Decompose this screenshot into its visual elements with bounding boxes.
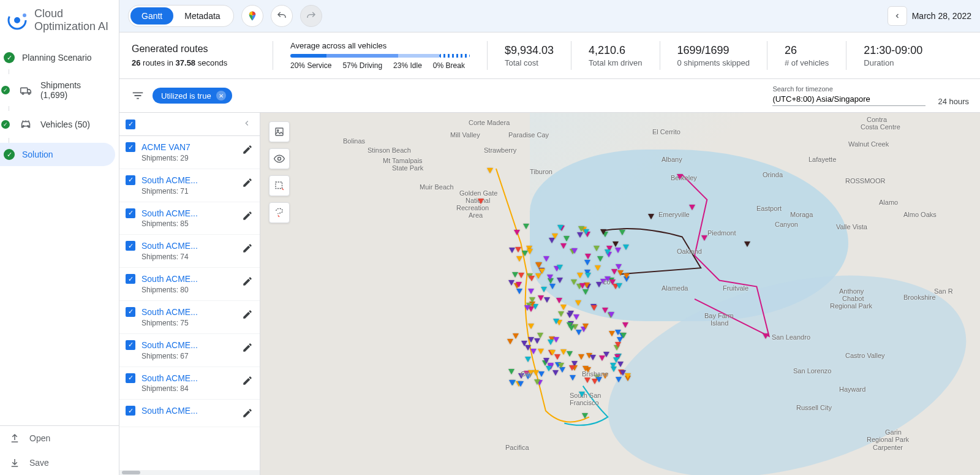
save-button[interactable]: Save xyxy=(0,450,119,475)
pencil-icon xyxy=(242,243,253,254)
route-name[interactable]: South ACME... xyxy=(141,208,234,219)
check-icon: ✓ xyxy=(4,149,15,160)
route-checkbox[interactable]: ✓ xyxy=(126,241,135,251)
tz-label: Search for timezone xyxy=(772,85,925,93)
route-checkbox[interactable]: ✓ xyxy=(126,406,135,416)
edit-route-button[interactable] xyxy=(240,208,255,223)
edit-route-button[interactable] xyxy=(240,406,255,420)
route-item[interactable]: ✓ South ACME... Shipments: 71 xyxy=(119,169,260,202)
vehicles-icon xyxy=(18,117,33,132)
duration: 21:30-09:00 Duration xyxy=(846,41,940,70)
filter-button[interactable] xyxy=(130,88,145,103)
date-prev-button[interactable] xyxy=(888,6,907,26)
nav-shipments[interactable]: ✓ Shipments (1,699) xyxy=(0,74,115,106)
route-checkbox[interactable]: ✓ xyxy=(126,307,135,317)
metrics-bar: Generated routes 26 routes in 37.58 seco… xyxy=(119,32,980,79)
horizontal-scrollbar[interactable] xyxy=(119,470,260,475)
route-item[interactable]: ✓ South ACME... Shipments: 80 xyxy=(119,268,260,301)
collapse-panel-button[interactable] xyxy=(240,116,254,132)
total-cost: $9,934.03 Total cost xyxy=(487,41,571,70)
svg-point-11 xyxy=(278,158,281,161)
edit-route-button[interactable] xyxy=(240,274,255,289)
edit-route-button[interactable] xyxy=(240,241,255,256)
shipments-skipped: 1699/1699 0 shipments skipped xyxy=(660,41,767,70)
sidebar: Cloud Optimization AI ✓ Planning Scenari… xyxy=(0,0,119,475)
pencil-icon xyxy=(242,276,253,287)
tab-metadata[interactable]: Metadata xyxy=(173,7,231,25)
nav: ✓ Planning Scenario ✓ Shipments (1,699) … xyxy=(0,40,119,425)
route-item[interactable]: ✓ South ACME... xyxy=(119,400,260,427)
open-button[interactable]: Open xyxy=(0,426,119,450)
route-name[interactable]: South ACME... xyxy=(141,274,234,284)
nav-label: Solution xyxy=(22,150,53,159)
route-item[interactable]: ✓ South ACME... Shipments: 67 xyxy=(119,334,260,367)
bottom-actions: Open Save xyxy=(0,425,119,475)
undo-button[interactable] xyxy=(271,5,293,27)
svg-point-10 xyxy=(277,130,279,131)
svg-rect-9 xyxy=(276,128,283,135)
map-box-select-button[interactable] xyxy=(269,175,290,196)
route-checkbox[interactable]: ✓ xyxy=(126,175,135,185)
edit-route-button[interactable] xyxy=(240,307,255,322)
route-item[interactable]: ✓ South ACME... Shipments: 74 xyxy=(119,235,260,268)
maps-pin-button[interactable] xyxy=(241,5,263,27)
nav-planning-scenario[interactable]: ✓ Planning Scenario xyxy=(0,46,115,69)
route-name[interactable]: South ACME... xyxy=(141,175,234,186)
filter-icon xyxy=(131,89,145,102)
edit-route-button[interactable] xyxy=(240,373,255,388)
route-checkbox[interactable]: ✓ xyxy=(126,208,135,218)
timezone-input[interactable] xyxy=(772,93,925,106)
route-list-body[interactable]: ✓ ACME VAN7 Shipments: 29 ✓ South ACME..… xyxy=(119,136,260,470)
filter-chip-utilized[interactable]: Utilized is true ✕ xyxy=(153,88,232,104)
timezone-field: Search for timezone xyxy=(772,85,925,106)
route-item[interactable]: ✓ South ACME... Shipments: 85 xyxy=(119,202,260,235)
route-checkbox[interactable]: ✓ xyxy=(126,274,135,284)
pencil-icon xyxy=(242,342,253,353)
image-icon xyxy=(274,126,285,137)
route-shipments: Shipments: 85 xyxy=(141,219,234,228)
select-all-checkbox[interactable]: ✓ xyxy=(126,120,135,129)
pencil-icon xyxy=(242,177,253,188)
svg-point-4 xyxy=(22,93,24,95)
nav-solution[interactable]: ✓ Solution xyxy=(0,143,115,166)
route-name[interactable]: South ACME... xyxy=(141,373,234,384)
route-checkbox[interactable]: ✓ xyxy=(126,373,135,383)
total-km: 4,210.6 Total km driven xyxy=(571,41,659,70)
nav-vehicles[interactable]: ✓ Vehicles (50) xyxy=(0,111,115,138)
edit-route-button[interactable] xyxy=(240,142,255,157)
num-vehicles: 26 # of vehicles xyxy=(767,41,846,70)
route-shipments: Shipments: 75 xyxy=(141,319,234,327)
check-icon: ✓ xyxy=(4,52,15,63)
timezone-duration: 24 hours xyxy=(938,97,969,106)
route-item[interactable]: ✓ South ACME... Shipments: 84 xyxy=(119,367,260,400)
undo-icon xyxy=(276,10,287,21)
edit-route-button[interactable] xyxy=(240,340,255,355)
route-name[interactable]: South ACME... xyxy=(141,406,234,416)
route-item[interactable]: ✓ ACME VAN7 Shipments: 29 xyxy=(119,136,260,169)
route-checkbox[interactable]: ✓ xyxy=(126,142,135,152)
route-name[interactable]: ACME VAN7 xyxy=(141,142,234,153)
route-item[interactable]: ✓ South ACME... Shipments: 75 xyxy=(119,301,260,334)
tab-gantt[interactable]: Gantt xyxy=(130,7,173,25)
chip-label: Utilized is true xyxy=(161,91,211,101)
metric-title: Generated routes xyxy=(132,44,255,55)
map[interactable]: Corte MaderaBolinasMill ValleyParadise C… xyxy=(260,113,980,475)
shipments-icon xyxy=(18,83,33,97)
map-visibility-button[interactable] xyxy=(269,148,290,169)
svg-rect-12 xyxy=(276,182,282,189)
redo-button[interactable] xyxy=(300,5,322,27)
route-name[interactable]: South ACME... xyxy=(141,241,234,251)
svg-point-5 xyxy=(28,93,30,95)
route-list: ✓ ✓ ACME VAN7 Shipments: 29 ✓ South ACME… xyxy=(119,113,260,475)
map-layers-button[interactable] xyxy=(269,121,290,142)
lasso-icon xyxy=(274,207,285,218)
route-checkbox[interactable]: ✓ xyxy=(126,340,135,350)
edit-route-button[interactable] xyxy=(240,175,255,190)
route-name[interactable]: South ACME... xyxy=(141,307,234,317)
map-lasso-button[interactable] xyxy=(269,202,290,223)
avg-bar xyxy=(290,54,470,58)
chip-remove-button[interactable]: ✕ xyxy=(216,91,226,101)
filter-bar: Utilized is true ✕ Search for timezone 2… xyxy=(119,79,980,113)
route-name[interactable]: South ACME... xyxy=(141,340,234,351)
nav-label: Shipments (1,699) xyxy=(40,80,110,100)
